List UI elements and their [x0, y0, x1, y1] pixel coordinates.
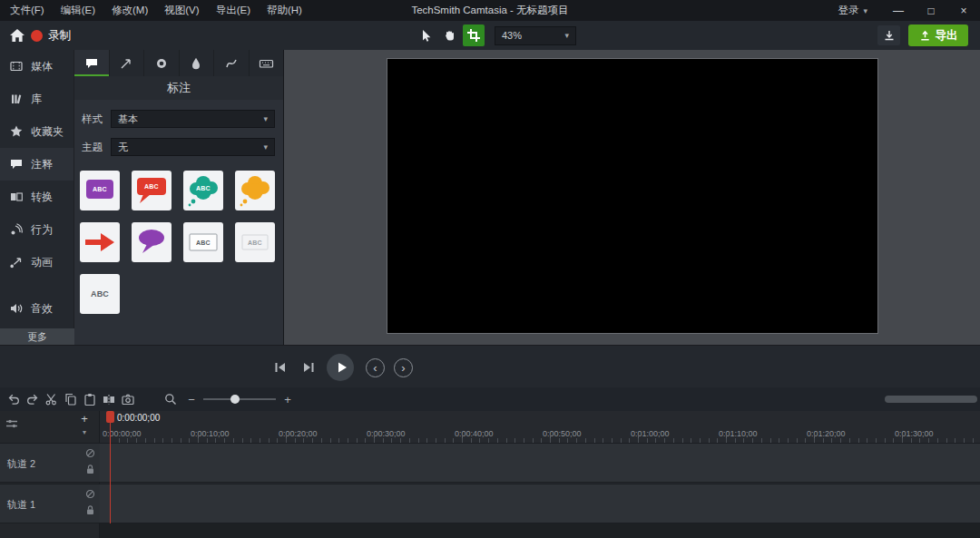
video-preview-canvas[interactable] [387, 59, 877, 333]
record-button[interactable]: 录制 [31, 26, 71, 44]
sidebar-item-label: 动画 [31, 255, 53, 270]
sidebar-item-library[interactable]: 库 [0, 83, 74, 115]
undo-button[interactable] [4, 390, 23, 408]
track-lane-1[interactable] [100, 484, 980, 523]
playhead-line[interactable] [110, 411, 111, 523]
jump-forward-button[interactable]: › [394, 358, 413, 377]
step-back-icon [273, 361, 287, 374]
undo-icon [6, 392, 21, 406]
menu-view[interactable]: 视图(V) [156, 0, 207, 21]
maximize-button[interactable]: □ [915, 0, 947, 21]
download-button[interactable] [877, 25, 900, 45]
paste-button[interactable] [80, 390, 99, 408]
callout-thumb-speech-bubble[interactable]: ABC [132, 171, 172, 210]
share-up-icon [919, 30, 931, 42]
sidebar-item-annotations[interactable]: 注释 [0, 148, 74, 181]
track-options-icon[interactable] [5, 418, 18, 429]
split-button[interactable] [99, 390, 118, 408]
pan-tool-button[interactable] [438, 24, 460, 46]
tab-keystroke[interactable] [250, 50, 284, 76]
track-header-1[interactable]: 轨道 1 [0, 484, 100, 523]
tab-shapes[interactable] [144, 50, 180, 76]
track-lane-2[interactable] [100, 443, 980, 483]
export-label: 导出 [936, 28, 958, 44]
sidebar-item-media[interactable]: 媒体 [0, 50, 74, 83]
record-icon [31, 30, 43, 42]
copy-button[interactable] [61, 390, 80, 408]
redo-button[interactable] [23, 390, 42, 408]
jump-back-button[interactable]: ‹ [366, 358, 385, 377]
tab-sketch[interactable] [214, 50, 250, 76]
zoom-in-button[interactable]: + [281, 393, 294, 406]
paste-icon [83, 392, 97, 406]
menu-bar: 文件(F) 编辑(E) 修改(M) 视图(V) 导出(E) 帮助(H) Tech… [0, 0, 980, 21]
menu-modify[interactable]: 修改(M) [103, 0, 156, 21]
add-track-button[interactable]: + [76, 411, 93, 426]
callout-thumbnails: ABC ABC ABC [80, 171, 283, 314]
play-button[interactable] [327, 354, 354, 381]
menu-help[interactable]: 帮助(H) [259, 0, 310, 21]
crop-tool-button[interactable] [463, 24, 485, 46]
sidebar-item-label: 转换 [31, 190, 53, 205]
tab-blur[interactable] [180, 50, 215, 76]
timeline-zoom-slider[interactable] [203, 398, 276, 400]
sidebar-item-label: 媒体 [31, 59, 53, 74]
timeline: 0:00:00;00 0:00:10;00 0:00:20;00 0:00:30… [0, 411, 980, 538]
sidebar-item-audio-effects[interactable]: 音效 [0, 292, 74, 325]
timeline-zoom-handle[interactable] [230, 395, 240, 404]
timeline-horizontal-scrollbar[interactable] [885, 396, 977, 403]
sidebar-item-favorites[interactable]: 收藏夹 [0, 115, 74, 148]
keyboard-icon [259, 56, 274, 71]
link-toggle-icon[interactable] [85, 489, 95, 499]
menu-export[interactable]: 导出(E) [208, 0, 259, 21]
zoom-search-button[interactable] [161, 390, 180, 408]
minimize-button[interactable]: — [882, 0, 915, 21]
cut-button[interactable] [42, 390, 61, 408]
callout-thumb-rectangle[interactable]: ABC [80, 171, 120, 210]
track-headers: + ▾ 轨道 2 轨道 1 [0, 411, 100, 538]
tab-arrows[interactable] [110, 50, 145, 76]
menu-edit[interactable]: 编辑(E) [53, 0, 103, 21]
theme-value: 无 [118, 141, 128, 154]
callout-thumb-text-box[interactable]: ABC [183, 222, 223, 262]
login-button[interactable]: 登录 ▾ [838, 4, 867, 17]
annotation-type-tabs [74, 50, 283, 76]
sidebar-item-behaviors[interactable]: 行为 [0, 213, 74, 246]
collapse-tracks-button[interactable]: ▾ [76, 426, 93, 438]
theme-dropdown[interactable]: 无 ▾ [111, 138, 275, 156]
track-label: 轨道 1 [7, 484, 35, 524]
timeline-ruler[interactable]: 0:00:00;00 0:00:10;00 0:00:20;00 0:00:30… [100, 426, 980, 443]
lock-icon[interactable] [85, 504, 95, 515]
sidebar-item-animations[interactable]: 动画 [0, 246, 74, 279]
playhead-handle[interactable] [106, 411, 114, 423]
close-button[interactable]: × [947, 0, 980, 21]
canvas-tools: 43% ▾ [414, 24, 576, 46]
callout-thumb-thought-cloud[interactable] [235, 171, 275, 210]
sidebar-item-transitions[interactable]: 转换 [0, 181, 74, 213]
callout-thumb-oval-bubble[interactable] [132, 222, 172, 262]
sidebar-more-button[interactable]: 更多 [0, 328, 74, 345]
previous-frame-button[interactable] [271, 360, 288, 375]
callout-thumb-plain-text[interactable]: ABC [235, 222, 275, 262]
next-frame-button[interactable] [300, 360, 317, 375]
tools-sidebar: 媒体 库 收藏夹 注释 转换 行为 动画 音效 [0, 50, 74, 345]
lock-icon[interactable] [85, 464, 95, 474]
link-toggle-icon[interactable] [85, 448, 95, 458]
callout-thumb-arrow[interactable] [80, 222, 120, 262]
zoom-out-button[interactable]: − [185, 393, 198, 406]
home-button[interactable] [7, 27, 27, 44]
annotations-panel: 标注 样式 基本 ▾ 主题 无 ▾ ABC ABC [74, 50, 284, 345]
menu-file[interactable]: 文件(F) [2, 0, 53, 21]
style-dropdown[interactable]: 基本 ▾ [111, 110, 275, 128]
theme-label: 主题 [82, 141, 103, 154]
tab-callouts[interactable] [74, 50, 110, 76]
track-header-2[interactable]: 轨道 2 [0, 443, 100, 483]
canvas-zoom-select[interactable]: 43% ▾ [495, 26, 576, 45]
redo-icon [25, 392, 40, 406]
callout-thumb-keystroke[interactable]: ABC [80, 274, 120, 314]
callout-thumb-cloud[interactable]: ABC [183, 171, 223, 210]
screenshot-button[interactable] [118, 390, 137, 408]
export-button[interactable]: 导出 [908, 24, 968, 46]
chevron-right-icon: › [401, 361, 405, 375]
select-tool-button[interactable] [414, 24, 436, 46]
